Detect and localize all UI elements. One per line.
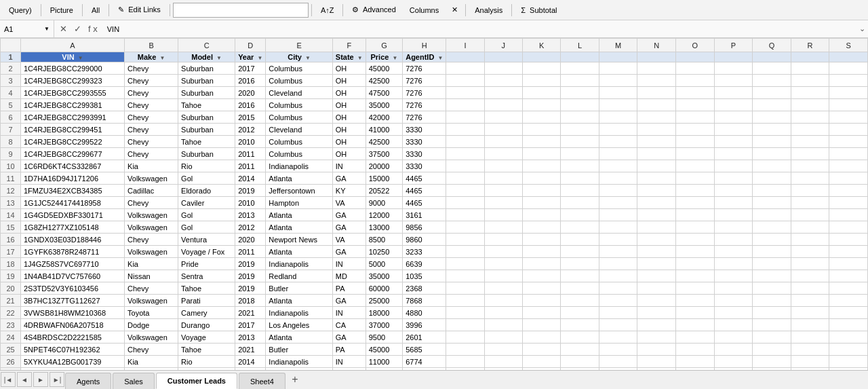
formula-expand-btn[interactable]: ⌄ [856, 24, 868, 33]
col-header-q[interactable]: Q [753, 39, 791, 52]
tab-first-btn[interactable]: |◄ [1, 372, 16, 387]
price-cell[interactable]: 45000 [366, 344, 403, 356]
make-cell[interactable]: Kia [125, 160, 178, 172]
col-header-r[interactable]: R [791, 39, 829, 52]
year-cell[interactable]: 2017 [235, 319, 266, 331]
state-cell[interactable]: GA [332, 209, 366, 221]
city-cell[interactable]: Atlanta [266, 295, 332, 307]
year-cell[interactable]: 2019 [235, 258, 266, 270]
vin-cell[interactable]: 1C4RJEBG8CC299451 [21, 124, 125, 136]
model-cell[interactable]: Suburban [178, 124, 235, 136]
col-header-j[interactable]: J [484, 39, 522, 52]
agent-cell[interactable]: 6639 [403, 258, 446, 270]
city-cell[interactable]: Columbus [266, 62, 332, 75]
vin-cell[interactable]: 1C6RD6KT4CS332867 [21, 160, 125, 172]
vin-cell[interactable]: 1GYFK63878R248711 [21, 246, 125, 258]
price-cell[interactable]: 13000 [366, 221, 403, 234]
city-header[interactable]: City ▼ [266, 52, 332, 62]
add-sheet-btn[interactable]: + [288, 372, 302, 387]
make-cell[interactable]: Toyota [125, 307, 178, 319]
price-cell[interactable]: 45000 [366, 62, 403, 75]
col-header-c[interactable]: C [178, 39, 235, 52]
city-cell[interactable]: Atlanta [266, 209, 332, 221]
model-cell[interactable]: Rio [178, 368, 235, 371]
state-cell[interactable]: GA [332, 246, 366, 258]
agent-cell[interactable]: 7276 [403, 87, 446, 99]
model-cell[interactable]: Rio [178, 356, 235, 368]
agent-cell[interactable]: 6774 [403, 356, 446, 368]
model-cell[interactable]: Gol [178, 209, 235, 221]
vin-cell[interactable]: 5NPET46C07H192362 [21, 344, 125, 356]
agent-cell[interactable]: 3330 [403, 148, 446, 160]
city-cell[interactable]: Columbus [266, 148, 332, 160]
agent-cell[interactable]: 3996 [403, 319, 446, 331]
price-cell[interactable]: 18000 [366, 307, 403, 319]
row-number[interactable]: 6 [1, 111, 21, 124]
make-header[interactable]: Make ▼ [125, 52, 178, 62]
vin-cell[interactable]: 1GNDX03E03D188446 [21, 234, 125, 246]
model-cell[interactable]: Voyage [178, 331, 235, 344]
model-cell[interactable]: Gol [178, 221, 235, 234]
price-cell[interactable]: 10250 [366, 246, 403, 258]
make-cell[interactable]: Chevy [125, 111, 178, 124]
tab-next-btn[interactable]: ► [33, 372, 48, 387]
agentid-header[interactable]: AgentID ▼ [403, 52, 446, 62]
col-header-a[interactable]: A [21, 39, 125, 52]
year-filter-arrow[interactable]: ▼ [257, 55, 262, 61]
row-number[interactable]: 7 [1, 124, 21, 136]
tab-last-btn[interactable]: ►| [50, 372, 64, 387]
city-cell[interactable]: Columbus [266, 136, 332, 148]
year-cell[interactable]: 2011 [235, 160, 266, 172]
agent-cell[interactable]: 1035 [403, 270, 446, 282]
edit-links-btn[interactable]: ✎ Edit Links [112, 3, 167, 16]
model-cell[interactable]: Pride [178, 258, 235, 270]
cell-ref-dropdown-icon[interactable]: ▼ [44, 26, 50, 32]
year-cell[interactable]: 2012 [235, 221, 266, 234]
city-cell[interactable]: Indianapolis [266, 160, 332, 172]
tab-sheet4[interactable]: Sheet4 [239, 373, 285, 389]
state-cell[interactable]: IN [332, 258, 366, 270]
make-cell[interactable]: Chevy [125, 87, 178, 99]
model-cell[interactable]: Voyage / Fox [178, 246, 235, 258]
row-number[interactable]: 18 [1, 258, 21, 270]
make-cell[interactable]: Volkswagen [125, 295, 178, 307]
vin-cell[interactable]: 1G1JC5244174418958 [21, 197, 125, 209]
state-cell[interactable]: OH [332, 124, 366, 136]
price-cell[interactable]: 47500 [366, 87, 403, 99]
model-cell[interactable]: Tahoe [178, 99, 235, 111]
model-cell[interactable]: Caviler [178, 197, 235, 209]
state-cell[interactable]: PA [332, 282, 366, 295]
col-header-d[interactable]: D [235, 39, 266, 52]
all-btn[interactable]: All [85, 4, 106, 16]
price-cell[interactable]: 42500 [366, 136, 403, 148]
make-cell[interactable]: Volkswagen [125, 246, 178, 258]
model-filter-arrow[interactable]: ▼ [216, 55, 222, 61]
make-cell[interactable]: Volkswagen [125, 331, 178, 344]
col-header-h[interactable]: H [403, 39, 446, 52]
price-cell[interactable]: 37000 [366, 319, 403, 331]
col-header-n[interactable]: N [637, 39, 676, 52]
make-cell[interactable]: Chevy [125, 197, 178, 209]
city-cell[interactable]: Atlanta [266, 172, 332, 185]
city-cell[interactable]: Redland [266, 270, 332, 282]
col-header-i[interactable]: I [446, 39, 484, 52]
state-cell[interactable]: KY [332, 185, 366, 197]
row-number[interactable]: 8 [1, 136, 21, 148]
state-cell[interactable]: IN [332, 368, 366, 371]
model-header[interactable]: Model ▼ [178, 52, 235, 62]
agent-cell[interactable]: 3330 [403, 160, 446, 172]
row-number[interactable]: 10 [1, 160, 21, 172]
agent-cell[interactable]: 2601 [403, 331, 446, 344]
price-cell[interactable]: 20522 [366, 185, 403, 197]
city-cell[interactable]: Butler [266, 282, 332, 295]
state-cell[interactable]: OH [332, 111, 366, 124]
make-filter-arrow[interactable]: ▼ [159, 55, 165, 61]
columns-btn[interactable]: Columns [403, 4, 445, 16]
state-cell[interactable]: OH [332, 87, 366, 99]
row-number[interactable]: 24 [1, 331, 21, 344]
row-number[interactable]: 22 [1, 307, 21, 319]
row-number[interactable]: 17 [1, 246, 21, 258]
row-number[interactable]: 13 [1, 197, 21, 209]
city-cell[interactable]: Atlanta [266, 331, 332, 344]
vin-cell[interactable]: 1C4RJEBG8CC299323 [21, 75, 125, 87]
